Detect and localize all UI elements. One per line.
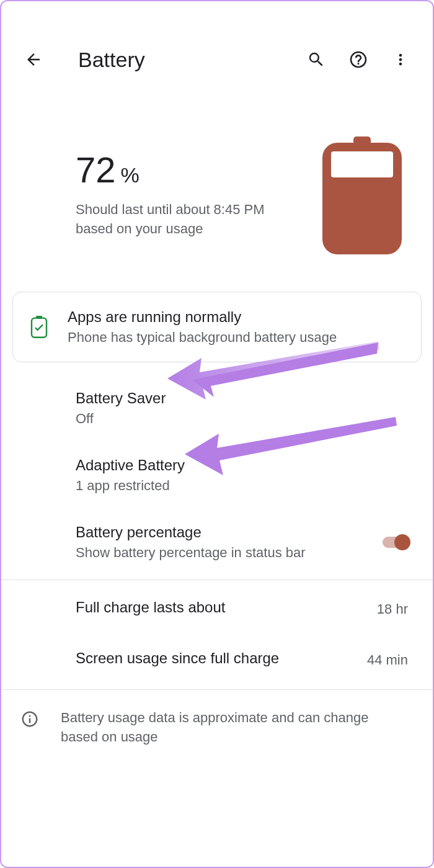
status-title: Apps are running normally: [68, 308, 404, 326]
adaptive-battery-sub: 1 app restricted: [76, 478, 415, 494]
info-icon-wrap: [19, 710, 41, 728]
page-title: Battery: [78, 48, 289, 72]
screen-usage-value: 44 min: [367, 652, 408, 668]
status-sub: Phone has typical background battery usa…: [68, 329, 404, 346]
battery-hero: 72% Should last until about 8:45 PM base…: [1, 87, 433, 292]
full-charge-value: 18 hr: [377, 601, 408, 617]
battery-percentage-toggle[interactable]: [381, 534, 410, 550]
battery-saver-row[interactable]: Battery Saver Off: [1, 375, 433, 442]
battery-percentage-sub: Show battery percentage in status bar: [76, 545, 381, 561]
status-card[interactable]: Apps are running normally Phone has typi…: [12, 292, 422, 362]
screen-usage-row[interactable]: Screen usage since full charge 44 min: [1, 635, 433, 686]
more-vert-icon: [392, 51, 409, 68]
help-icon: [348, 50, 368, 69]
status-text: Apps are running normally Phone has typi…: [68, 308, 404, 346]
footer: Battery usage data is approximate and ca…: [1, 694, 433, 762]
full-charge-title: Full charge lasts about: [76, 599, 377, 616]
battery-check-icon: [30, 316, 48, 338]
battery-estimate: Should last until about 8:45 PM based on…: [76, 200, 304, 239]
back-arrow-icon: [24, 50, 43, 69]
battery-percentage-row[interactable]: Battery percentage Show battery percenta…: [1, 509, 433, 576]
full-charge-row[interactable]: Full charge lasts about 18 hr: [1, 584, 433, 635]
battery-percent-sym: %: [121, 163, 140, 187]
info-icon: [20, 710, 39, 728]
battery-saver-sub: Off: [76, 411, 415, 427]
footer-text: Battery usage data is approximate and ca…: [61, 709, 415, 747]
divider: [1, 579, 433, 580]
more-button[interactable]: [386, 45, 415, 74]
battery-percent-num: 72: [76, 150, 116, 190]
back-button[interactable]: [19, 45, 48, 74]
svg-rect-2: [331, 151, 393, 177]
battery-saver-title: Battery Saver: [76, 390, 415, 407]
screen-usage-title: Screen usage since full charge: [76, 650, 367, 667]
search-button[interactable]: [301, 45, 331, 74]
search-icon: [307, 50, 326, 69]
toggle-thumb: [394, 534, 410, 550]
battery-info: 72% Should last until about 8:45 PM base…: [76, 152, 304, 239]
svg-rect-4: [36, 316, 42, 319]
battery-percentage-title: Battery percentage: [76, 524, 381, 541]
help-button[interactable]: [343, 45, 373, 74]
divider: [1, 689, 433, 690]
adaptive-battery-row[interactable]: Adaptive Battery 1 app restricted: [1, 442, 433, 509]
adaptive-battery-title: Adaptive Battery: [76, 457, 415, 474]
battery-icon: [322, 136, 402, 254]
battery-percent: 72%: [76, 152, 304, 188]
header: Battery: [1, 1, 433, 87]
